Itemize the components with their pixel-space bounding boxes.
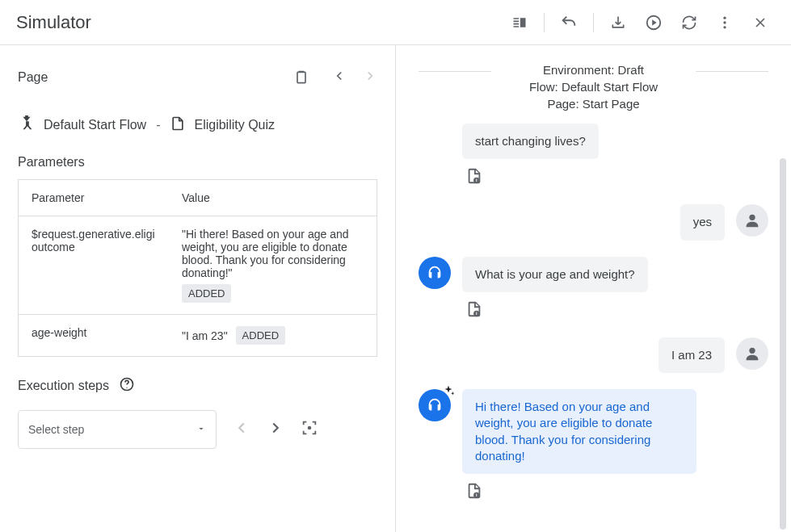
page-line: Page: Start Page xyxy=(419,95,768,112)
breadcrumb-page[interactable]: Eligibility Quiz xyxy=(194,118,275,132)
scrollbar[interactable] xyxy=(780,158,786,530)
flow-line: Flow: Default Start Flow xyxy=(419,78,768,95)
main: Page Default Start Flow - xyxy=(0,45,791,532)
svg-point-7 xyxy=(308,426,312,430)
undo-icon[interactable] xyxy=(554,8,583,37)
agent-message-row: start changing lives? i xyxy=(462,124,768,188)
header-actions xyxy=(505,8,775,37)
agent-generative-row: Hi there! Based on your age and weight, … xyxy=(419,389,768,503)
parameters-label: Parameters xyxy=(18,155,377,170)
svg-point-2 xyxy=(723,21,726,23)
page-next-icon[interactable] xyxy=(363,69,377,86)
agent-message-row: What is your age and weight? i xyxy=(419,257,768,321)
app-title: Simulator xyxy=(16,12,91,33)
original-response-icon[interactable]: i xyxy=(465,300,648,321)
user-message-row: I am 23 xyxy=(419,337,768,373)
vertical-split-icon[interactable] xyxy=(505,8,534,37)
context-info: Environment: Draft Flow: Default Start F… xyxy=(419,61,768,112)
svg-point-13 xyxy=(749,347,755,353)
status-badge: ADDED xyxy=(182,284,232,303)
parameters-table: Parameter Value $request.generative.elig… xyxy=(18,179,377,357)
svg-point-6 xyxy=(126,387,127,388)
svg-point-1 xyxy=(723,16,726,19)
caret-down-icon xyxy=(196,423,206,436)
divider xyxy=(593,13,594,32)
refresh-icon[interactable] xyxy=(675,8,704,37)
user-bubble: I am 23 xyxy=(658,337,725,373)
download-icon[interactable] xyxy=(604,8,633,37)
breadcrumb: Default Start Flow - Eligibility Quiz xyxy=(18,115,377,136)
param-value-cell: "Hi there! Based on your age and weight,… xyxy=(169,216,377,315)
chat-panel: Environment: Draft Flow: Default Start F… xyxy=(396,45,791,532)
param-value: "I am 23" xyxy=(182,329,228,342)
step-prev-icon[interactable] xyxy=(233,419,250,440)
left-panel: Page Default Start Flow - xyxy=(0,45,396,532)
play-circle-icon[interactable] xyxy=(639,8,668,37)
table-row: $request.generative.eligioutcome "Hi the… xyxy=(19,216,377,315)
user-avatar xyxy=(736,337,768,370)
agent-bubble: What is your age and weight? xyxy=(462,257,648,292)
col-value: Value xyxy=(169,180,377,216)
app-header: Simulator xyxy=(0,0,791,45)
page-header-actions xyxy=(287,63,377,92)
center-focus-icon[interactable] xyxy=(301,419,318,440)
user-bubble: yes xyxy=(680,204,725,240)
breadcrumb-flow[interactable]: Default Start Flow xyxy=(44,118,146,132)
step-select[interactable]: Select step xyxy=(18,410,217,449)
svg-rect-4 xyxy=(297,72,305,82)
page-file-icon xyxy=(170,115,186,135)
agent-avatar xyxy=(419,257,451,289)
env-line: Environment: Draft xyxy=(419,61,768,78)
step-controls: Select step xyxy=(18,410,377,449)
page-section-header: Page xyxy=(18,63,377,92)
execution-steps-header: Execution steps xyxy=(18,376,377,396)
param-name: $request.generative.eligioutcome xyxy=(19,216,169,315)
col-parameter: Parameter xyxy=(19,180,169,216)
divider xyxy=(544,13,545,32)
table-row: age-weight "I am 23" ADDED xyxy=(19,315,377,357)
flow-merge-icon xyxy=(18,115,36,136)
execution-steps-label: Execution steps xyxy=(18,379,109,393)
svg-point-10 xyxy=(749,215,755,220)
chat-thread: start changing lives? i yes xyxy=(419,124,768,503)
page-prev-icon[interactable] xyxy=(332,69,347,86)
breadcrumb-separator: - xyxy=(154,118,162,132)
param-value: "Hi there! Based on your age and weight,… xyxy=(182,228,364,279)
step-select-placeholder: Select step xyxy=(28,423,84,436)
sparkle-icon xyxy=(441,384,456,402)
step-next-icon[interactable] xyxy=(267,419,284,440)
help-icon[interactable] xyxy=(119,376,135,396)
svg-point-3 xyxy=(723,26,726,28)
page-label: Page xyxy=(18,70,48,85)
original-response-icon[interactable]: i xyxy=(465,167,599,188)
param-name: age-weight xyxy=(19,315,169,357)
generative-bubble: Hi there! Based on your age and weight, … xyxy=(462,389,696,474)
param-value-cell: "I am 23" ADDED xyxy=(169,315,377,357)
user-avatar xyxy=(736,204,768,237)
user-message-row: yes xyxy=(419,204,768,240)
original-response-icon[interactable]: i xyxy=(465,482,696,503)
agent-bubble: start changing lives? xyxy=(462,124,599,159)
close-icon[interactable] xyxy=(746,8,775,37)
more-vert-icon[interactable] xyxy=(710,8,739,37)
clipboard-icon[interactable] xyxy=(287,63,316,92)
status-badge: ADDED xyxy=(236,326,286,345)
